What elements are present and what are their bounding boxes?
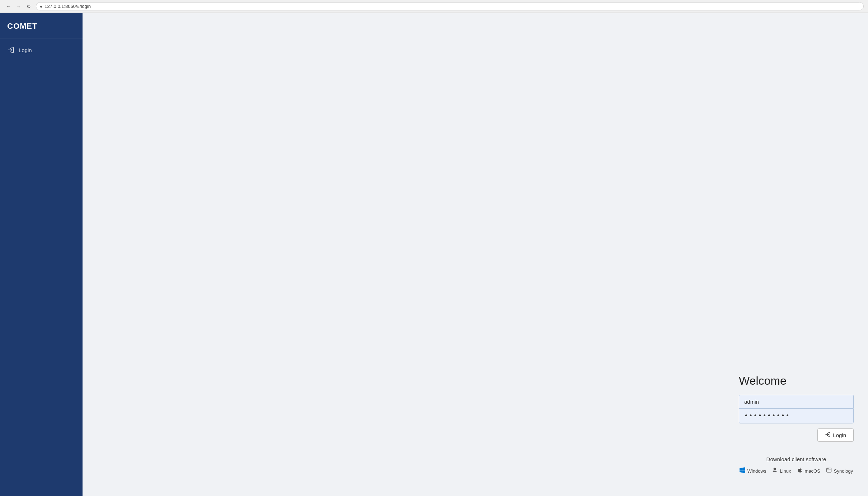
macos-label: macOS — [805, 468, 820, 474]
reload-button[interactable]: ↻ — [24, 2, 33, 11]
lock-icon: ● — [40, 4, 42, 9]
forward-button[interactable]: → — [14, 2, 23, 11]
download-section: Download client software Windows — [739, 456, 854, 474]
app-container: COMET Login Welcome — [0, 13, 868, 496]
sidebar-nav: Login — [0, 38, 83, 61]
login-icon — [7, 46, 14, 54]
download-linux-link[interactable]: Linux — [772, 467, 791, 474]
sidebar: COMET Login — [0, 13, 83, 496]
browser-chrome: ← → ↻ ● 127.0.0.1:8060/#/login — [0, 0, 868, 13]
windows-label: Windows — [747, 468, 766, 474]
browser-nav-buttons: ← → ↻ — [4, 2, 33, 11]
main-content: Welcome — [83, 13, 868, 496]
svg-point-5 — [828, 468, 828, 469]
login-form — [739, 395, 854, 423]
linux-icon — [772, 467, 778, 474]
svg-point-4 — [827, 468, 827, 469]
download-links: Windows Linux — [739, 467, 854, 474]
login-button[interactable]: Login — [817, 428, 854, 442]
login-panel: Welcome — [739, 374, 854, 474]
download-macos-link[interactable]: macOS — [797, 467, 820, 474]
back-button[interactable]: ← — [4, 2, 13, 11]
login-actions: Login — [739, 428, 854, 442]
password-input[interactable] — [739, 408, 854, 423]
username-input[interactable] — [739, 395, 854, 408]
apple-icon — [797, 467, 803, 474]
sidebar-title: COMET — [0, 13, 83, 38]
url-text: 127.0.0.1:8060/#/login — [44, 4, 91, 9]
download-synology-link[interactable]: Synology — [826, 467, 853, 474]
sidebar-item-login-label: Login — [19, 47, 32, 53]
welcome-heading: Welcome — [739, 374, 854, 388]
windows-icon — [740, 467, 745, 474]
address-bar[interactable]: ● 127.0.0.1:8060/#/login — [36, 2, 864, 10]
synology-icon — [826, 467, 832, 474]
content-area: Welcome — [83, 13, 868, 496]
download-windows-link[interactable]: Windows — [740, 467, 766, 474]
synology-label: Synology — [834, 468, 853, 474]
login-button-label: Login — [833, 432, 846, 438]
sidebar-item-login[interactable]: Login — [0, 43, 83, 57]
download-title: Download client software — [739, 456, 854, 462]
linux-label: Linux — [780, 468, 791, 474]
login-icon-btn — [825, 432, 831, 439]
